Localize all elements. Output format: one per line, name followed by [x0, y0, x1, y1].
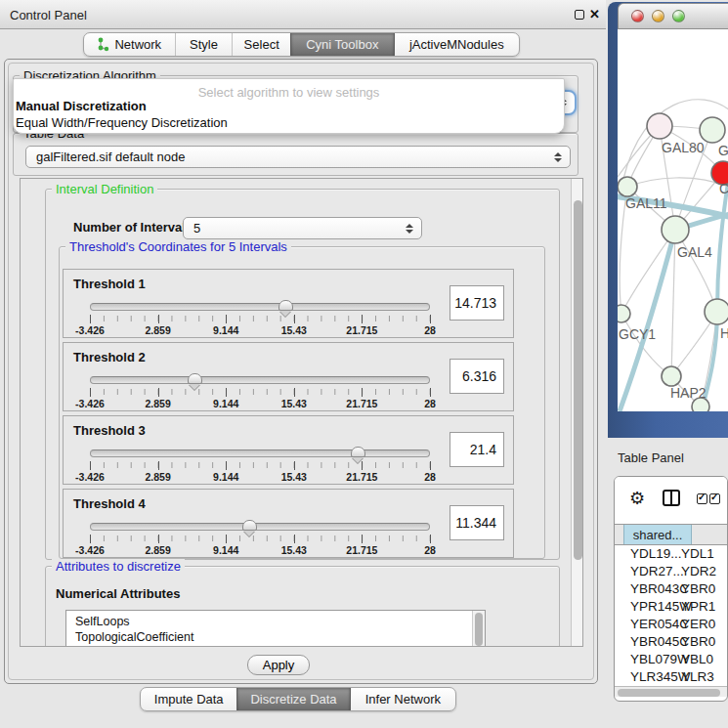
- cell-name[interactable]: YBR0: [681, 580, 720, 598]
- table-row[interactable]: YLR345WYLR3: [615, 668, 727, 686]
- checkbox-icon[interactable]: [697, 493, 707, 504]
- table-panel-title: Table Panel: [618, 450, 684, 465]
- settings-scrollbar-thumb[interactable]: [574, 200, 582, 560]
- cell-shared-name[interactable]: YDL19...: [615, 545, 681, 563]
- tab-network[interactable]: Network: [84, 33, 175, 56]
- traffic-light-zoom-icon[interactable]: [672, 10, 685, 22]
- cell-name[interactable]: YBL0: [681, 651, 720, 668]
- threshold-slider[interactable]: -3.4262.8599.14415.4321.71528: [90, 450, 430, 483]
- tab-label: jActiveMNodules: [409, 37, 504, 52]
- threshold-value-field[interactable]: 14.713: [450, 285, 504, 321]
- cell-name[interactable]: YBR0: [681, 633, 720, 651]
- network-node[interactable]: [662, 216, 689, 243]
- node-label: GA: [718, 143, 728, 158]
- network-node[interactable]: [647, 113, 672, 139]
- attribute-item[interactable]: SelfLoops: [66, 614, 485, 629]
- cell-name[interactable]: YPR1: [681, 598, 720, 616]
- traffic-light-close-icon[interactable]: [631, 10, 644, 22]
- list-scrollbar-thumb[interactable]: [475, 613, 483, 646]
- table-row[interactable]: YPR145WYPR1: [615, 598, 727, 616]
- slider-thumb[interactable]: [351, 447, 365, 457]
- slider-thumb[interactable]: [188, 373, 202, 384]
- cell-shared-name[interactable]: YER054C: [615, 616, 681, 633]
- horizontal-scrollbar[interactable]: [615, 686, 727, 697]
- cell-name[interactable]: YER0: [681, 616, 720, 633]
- apply-button[interactable]: Apply: [247, 655, 310, 675]
- bottom-tabs: Impute Data Discretize Data Infer Networ…: [140, 687, 456, 711]
- slider-track[interactable]: [90, 450, 430, 457]
- cell-shared-name[interactable]: YDR27...: [615, 563, 681, 580]
- threshold-value-field[interactable]: 6.316: [450, 359, 504, 394]
- num-intervals-combobox[interactable]: 5: [183, 217, 422, 239]
- tab-jactivemnodules[interactable]: jActiveMNodules: [394, 33, 519, 56]
- cell-shared-name[interactable]: YPR145W: [615, 598, 681, 616]
- table-row[interactable]: YDL19...YDL1: [615, 545, 727, 563]
- tab-select[interactable]: Select: [232, 33, 290, 56]
- threshold-value-field[interactable]: 21.4: [450, 432, 504, 467]
- cell-name[interactable]: YLR3: [681, 668, 720, 686]
- gear-icon[interactable]: ⚙: [629, 488, 645, 508]
- network-node[interactable]: [700, 117, 725, 143]
- network-view-window: GAL80GACGAL11GAL4GCY1HHAP2: [608, 2, 728, 438]
- cell-shared-name[interactable]: YBR043C: [615, 580, 681, 598]
- threshold-slider[interactable]: -3.4262.8599.14415.4321.71528: [90, 303, 430, 336]
- table-row[interactable]: YBR045CYBR0: [615, 633, 727, 651]
- table-row[interactable]: YER054CYER0: [615, 616, 727, 633]
- slider-thumb[interactable]: [278, 300, 293, 311]
- threshold-slider[interactable]: -3.4262.8599.14415.4321.71528: [90, 376, 430, 409]
- cell-shared-name[interactable]: YBR045C: [615, 633, 681, 651]
- table-row[interactable]: YBR043CYBR0: [615, 580, 727, 598]
- threshold-slider[interactable]: -3.4262.8599.14415.4321.71528: [90, 523, 430, 556]
- table-row[interactable]: YBL079WYBL0: [615, 651, 727, 668]
- major-tick: [362, 315, 363, 323]
- tick-label: 2.859: [145, 544, 170, 556]
- column-header-name[interactable]: na: [692, 525, 728, 544]
- attribute-item[interactable]: TopologicalCoefficient: [66, 629, 485, 645]
- node-label: GAL4: [677, 244, 712, 260]
- list-scrollbar[interactable]: [472, 611, 485, 647]
- traffic-light-minimize-icon[interactable]: [652, 10, 664, 22]
- major-tick: [294, 461, 295, 470]
- table-data-combobox[interactable]: galFiltered.sif default node: [25, 146, 571, 168]
- network-node[interactable]: [662, 366, 681, 386]
- network-node[interactable]: [705, 299, 728, 324]
- tab-impute-data[interactable]: Impute Data: [141, 688, 236, 710]
- settings-scrollbar[interactable]: [571, 179, 583, 647]
- combo-arrows-icon: [554, 152, 562, 162]
- tab-style[interactable]: Style: [175, 33, 233, 56]
- network-node[interactable]: [618, 177, 637, 196]
- tab-discretize-data[interactable]: Discretize Data: [236, 688, 349, 710]
- table-row[interactable]: YDR27...YDR2: [615, 563, 727, 580]
- attributes-listbox[interactable]: SelfLoopsTopologicalCoefficientBetweenne…: [65, 610, 486, 647]
- checkbox-icon[interactable]: [709, 493, 720, 504]
- major-tick: [158, 461, 159, 470]
- tab-infer-network[interactable]: Infer Network: [350, 688, 455, 710]
- column-header-shared-name[interactable]: shared...: [623, 525, 692, 544]
- major-tick: [90, 535, 91, 543]
- split-columns-icon[interactable]: [663, 490, 680, 506]
- horizontal-scrollbar-thumb[interactable]: [618, 689, 720, 697]
- cell-name[interactable]: YDR2: [681, 563, 720, 580]
- attributes-group: Attributes to discretize Numerical Attri…: [45, 566, 560, 647]
- threshold-label: Threshold 3: [73, 423, 146, 438]
- combo-value: 5: [193, 221, 200, 236]
- dropdown-option-equal-width[interactable]: Equal Width/Frequency Discretization: [16, 115, 228, 130]
- major-tick: [90, 461, 91, 470]
- slider-track[interactable]: [90, 376, 430, 384]
- threshold-value-field[interactable]: 11.344: [450, 505, 504, 540]
- cell-shared-name[interactable]: YLR345W: [615, 668, 681, 686]
- major-tick: [90, 315, 91, 323]
- slider-thumb[interactable]: [242, 520, 257, 531]
- network-node[interactable]: [618, 305, 630, 322]
- float-window-icon[interactable]: [575, 10, 584, 20]
- close-icon[interactable]: ✕: [589, 7, 600, 21]
- cell-name[interactable]: YDL1: [681, 545, 720, 563]
- tab-cyni-toolbox[interactable]: Cyni Toolbox: [290, 33, 394, 56]
- network-canvas[interactable]: GAL80GACGAL11GAL4GCY1HHAP2: [618, 29, 728, 411]
- attribute-item[interactable]: BetweennessCentrality: [66, 645, 485, 647]
- slider-track[interactable]: [90, 303, 430, 311]
- network-node[interactable]: [692, 398, 709, 411]
- slider-track[interactable]: [90, 523, 430, 531]
- dropdown-option-manual[interactable]: Manual Discretization: [16, 99, 147, 113]
- cell-shared-name[interactable]: YBL079W: [615, 651, 681, 668]
